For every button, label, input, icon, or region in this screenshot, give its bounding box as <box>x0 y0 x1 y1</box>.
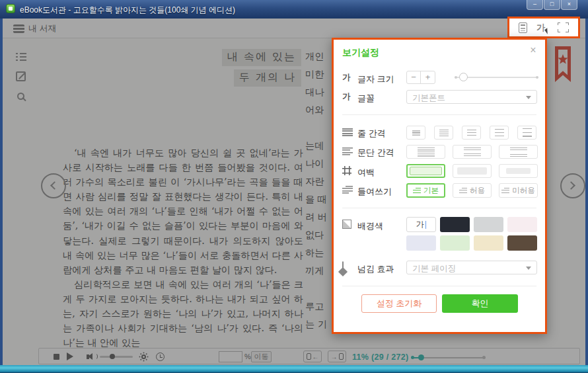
indent-option-default[interactable]: 기본 <box>406 183 445 198</box>
confirm-button[interactable]: 확인 <box>442 294 518 313</box>
font-icon: 가 <box>342 91 351 103</box>
app-icon <box>6 4 15 13</box>
indent-option-disallow[interactable]: 미허용 <box>499 183 538 198</box>
indent-option-allow[interactable]: 허용 <box>453 183 492 198</box>
maximize-button[interactable]: □ <box>544 0 560 10</box>
bg-color-swatch-dark[interactable] <box>440 217 470 232</box>
bg-color-swatch-pink[interactable] <box>507 217 537 232</box>
page-turn-effect-icon <box>342 261 344 272</box>
indent-label: 들여쓰기 <box>357 186 392 198</box>
view-tools-highlight-box: 가 <box>507 17 580 38</box>
margin-option-2[interactable] <box>453 164 492 178</box>
background-color-label: 배경색 <box>357 220 383 232</box>
bg-color-swatch-lavender[interactable] <box>406 235 436 251</box>
bg-color-swatch-brown[interactable] <box>507 235 537 251</box>
indent-icon <box>342 186 353 194</box>
font-size-slider[interactable] <box>455 71 538 84</box>
paragraph-spacing-option-3[interactable] <box>499 145 538 159</box>
font-size-slider-handle[interactable] <box>459 73 468 81</box>
line-spacing-option-1[interactable] <box>406 126 425 140</box>
reset-settings-button[interactable]: 설정 초기화 <box>361 294 437 313</box>
bg-color-swatch-white[interactable]: 가 <box>406 217 436 232</box>
panel-title: 보기설정 <box>342 47 379 59</box>
line-spacing-label: 줄 간격 <box>357 128 386 140</box>
page-turn-effect-label: 넘김 효과 <box>357 263 394 275</box>
close-button[interactable]: × <box>561 0 577 10</box>
chevron-down-icon <box>526 96 531 99</box>
margin-label: 여백 <box>357 167 375 179</box>
window-title: eBook도서관 - 고요할수록 밝아지는 것들(100쇄 기념 에디션) <box>20 5 235 16</box>
paragraph-spacing-option-2[interactable] <box>453 145 492 159</box>
line-spacing-icon <box>342 128 353 136</box>
bg-color-swatch-gray[interactable] <box>474 217 503 232</box>
font-select-value: 기본폰트 <box>412 93 445 104</box>
line-spacing-option-3[interactable] <box>462 126 481 140</box>
font-size-decrease-button[interactable]: − <box>407 71 421 83</box>
font-size-label: 글자 크기 <box>357 73 394 85</box>
fullscreen-icon[interactable] <box>558 22 569 32</box>
view-settings-panel: 보기설정 × 가 글자 크기 − + 가 글꼴 기본폰트 줄 간격 <box>332 38 547 334</box>
window-frame-right <box>585 19 588 373</box>
margin-option-3[interactable] <box>499 164 538 178</box>
paragraph-spacing-option-1[interactable] <box>406 145 445 159</box>
font-settings-icon[interactable]: 가 <box>536 22 548 33</box>
margin-option-1[interactable] <box>406 164 445 178</box>
background-color-icon <box>342 220 351 229</box>
font-size-icon: 가 <box>342 72 351 83</box>
margin-icon <box>342 166 351 175</box>
line-spacing-option-4[interactable] <box>490 126 509 140</box>
page-turn-effect-value: 기본 페이징 <box>412 263 456 274</box>
titlebar: eBook도서관 - 고요할수록 밝아지는 것들(100쇄 기념 에디션) – … <box>0 0 588 19</box>
font-select[interactable]: 기본폰트 <box>406 90 537 104</box>
paragraph-spacing-label: 문단 간격 <box>357 147 394 159</box>
font-size-stepper: − + <box>406 71 435 84</box>
window-frame-bottom <box>0 365 588 373</box>
font-label: 글꼴 <box>357 93 375 104</box>
line-spacing-option-2[interactable] <box>434 126 453 140</box>
bg-color-swatch-beige[interactable] <box>474 235 503 251</box>
app-window: eBook도서관 - 고요할수록 밝아지는 것들(100쇄 기념 에디션) – … <box>0 0 588 373</box>
window-controls: – □ × <box>526 0 577 10</box>
line-spacing-option-5[interactable] <box>517 126 536 140</box>
paragraph-spacing-icon <box>342 147 353 155</box>
page-turn-effect-select[interactable]: 기본 페이징 <box>406 261 537 274</box>
font-size-increase-button[interactable]: + <box>421 71 435 83</box>
bg-color-swatch-green[interactable] <box>440 235 470 251</box>
minimize-button[interactable]: – <box>527 0 543 10</box>
page-layout-icon[interactable] <box>519 22 527 33</box>
chevron-down-icon <box>526 267 531 270</box>
panel-close-icon[interactable]: × <box>527 44 539 56</box>
